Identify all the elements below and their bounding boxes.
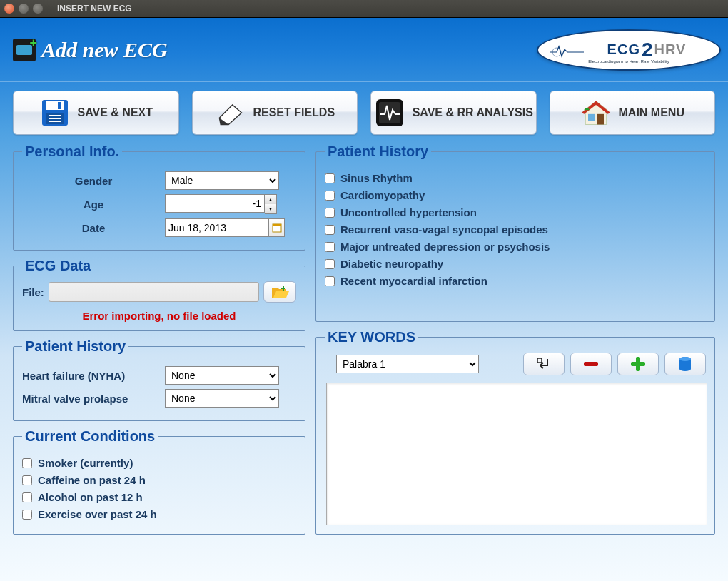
calendar-icon	[272, 223, 282, 233]
history-neuropathy[interactable]: Diabetic neuropathy	[325, 258, 706, 270]
database-icon	[678, 356, 692, 372]
svg-rect-6	[49, 118, 61, 119]
age-increment-button[interactable]: ▲	[265, 195, 276, 204]
main-menu-button[interactable]: MAIN MENU	[550, 91, 716, 135]
svg-rect-13	[273, 224, 281, 226]
file-error-message: Error importing, no file loaded	[22, 310, 296, 322]
ecg-pulse-icon	[550, 44, 584, 58]
condition-alcohol-checkbox[interactable]	[22, 492, 32, 502]
date-field[interactable]	[165, 218, 269, 237]
current-conditions-legend: Current Conditions	[22, 428, 158, 445]
gender-select[interactable]: Male	[165, 171, 279, 190]
window-maximize-button[interactable]	[33, 4, 43, 14]
folder-open-icon	[271, 285, 289, 299]
toolbar: SAVE & NEXT RESET FIELDS SAVE & RR ANALY…	[0, 82, 728, 143]
history-sinus-rhythm[interactable]: Sinus Rhythm	[325, 172, 706, 184]
patient-history-right-group: Patient History Sinus Rhythm Cardiomyopa…	[315, 143, 715, 322]
app-window: Add new ECG ECG 2 HRV Electrocardiogram …	[0, 17, 728, 581]
condition-alcohol[interactable]: Alcohol on past 12 h	[22, 491, 296, 503]
ecg-monitor-icon	[374, 97, 405, 128]
patient-history-left-legend: Patient History	[22, 338, 128, 355]
add-ecg-icon	[13, 39, 36, 61]
page-title: Add new ECG	[41, 38, 168, 62]
eraser-icon	[214, 97, 246, 128]
history-infarction[interactable]: Recent myocardial infarction	[325, 275, 706, 287]
history-cardiomyopathy[interactable]: Cardiomyopathy	[325, 189, 706, 201]
window-close-button[interactable]	[4, 4, 14, 14]
condition-smoker-checkbox[interactable]	[22, 458, 32, 468]
file-label: File:	[22, 286, 44, 298]
minus-icon	[582, 360, 600, 368]
keyword-database-button[interactable]	[664, 353, 706, 375]
svg-rect-5	[49, 115, 61, 116]
floppy-disk-icon	[39, 97, 71, 128]
window-title: INSERT NEW ECG	[57, 4, 132, 14]
history-depression[interactable]: Major untreated depression or psychosis	[325, 241, 706, 253]
keywords-group: KEY WORDS Palabra 1	[315, 329, 715, 535]
condition-smoker[interactable]: Smoker (currently)	[22, 457, 296, 469]
patient-history-right-legend: Patient History	[325, 143, 431, 160]
keyword-enter-button[interactable]	[523, 353, 565, 375]
history-hypertension[interactable]: Uncontrolled hypertension	[325, 206, 706, 218]
svg-rect-7	[49, 121, 61, 122]
enter-icon	[536, 357, 552, 371]
ecg-data-legend: ECG Data	[22, 258, 93, 274]
file-browse-button[interactable]	[263, 281, 296, 303]
patient-history-left-group: Patient History Heart failure (NYHA) Non…	[13, 338, 305, 421]
age-field[interactable]	[165, 194, 265, 213]
window-titlebar: INSERT NEW ECG	[0, 0, 728, 17]
condition-exercise-checkbox[interactable]	[22, 510, 32, 520]
age-decrement-button[interactable]: ▼	[265, 204, 276, 213]
svg-rect-19	[631, 362, 645, 366]
keyword-select[interactable]: Palabra 1	[336, 355, 479, 373]
keyword-remove-button[interactable]	[570, 353, 612, 375]
age-label: Age	[22, 198, 165, 211]
reset-fields-button[interactable]: RESET FIELDS	[192, 91, 358, 135]
svg-rect-3	[58, 102, 61, 109]
history-syncopal[interactable]: Recurrent vaso-vagal syncopal episodes	[325, 223, 706, 236]
keywords-legend: KEY WORDS	[325, 329, 418, 345]
svg-rect-11	[588, 114, 595, 121]
condition-caffeine[interactable]: Caffeine on past 24 h	[22, 474, 296, 486]
personal-info-group: Personal Info. Gender Male Age ▲ ▼	[13, 143, 305, 251]
date-label: Date	[22, 222, 165, 234]
file-path-field[interactable]	[49, 282, 259, 302]
svg-point-21	[679, 357, 691, 361]
svg-rect-10	[597, 114, 603, 125]
keywords-textarea[interactable]	[326, 383, 707, 525]
mitral-valve-label: Mitral valve prolapse	[22, 393, 165, 405]
mitral-valve-select[interactable]: None	[165, 389, 279, 408]
app-logo: ECG 2 HRV Electrocardiogram to Heart Rat…	[537, 29, 721, 71]
home-icon	[580, 97, 612, 128]
current-conditions-group: Current Conditions Smoker (currently) Ca…	[13, 428, 305, 535]
svg-rect-16	[537, 358, 542, 363]
window-minimize-button[interactable]	[19, 4, 29, 14]
plus-icon	[630, 355, 647, 373]
condition-exercise[interactable]: Exercise over past 24 h	[22, 508, 296, 520]
save-rr-analysis-button[interactable]: SAVE & RR ANALYSIS	[370, 91, 537, 135]
svg-rect-9	[379, 102, 400, 123]
app-header: Add new ECG ECG 2 HRV Electrocardiogram …	[0, 18, 728, 82]
heart-failure-label: Heart failure (NYHA)	[22, 370, 165, 382]
condition-caffeine-checkbox[interactable]	[22, 475, 32, 485]
save-next-button[interactable]: SAVE & NEXT	[13, 91, 179, 135]
svg-rect-17	[584, 362, 598, 366]
keyword-add-button[interactable]	[617, 353, 659, 375]
gender-label: Gender	[22, 175, 165, 187]
ecg-data-group: ECG Data File: Error importing, no file …	[13, 258, 305, 331]
heart-failure-select[interactable]: None	[165, 366, 279, 385]
date-picker-button[interactable]	[269, 218, 285, 237]
personal-info-legend: Personal Info.	[22, 143, 122, 160]
